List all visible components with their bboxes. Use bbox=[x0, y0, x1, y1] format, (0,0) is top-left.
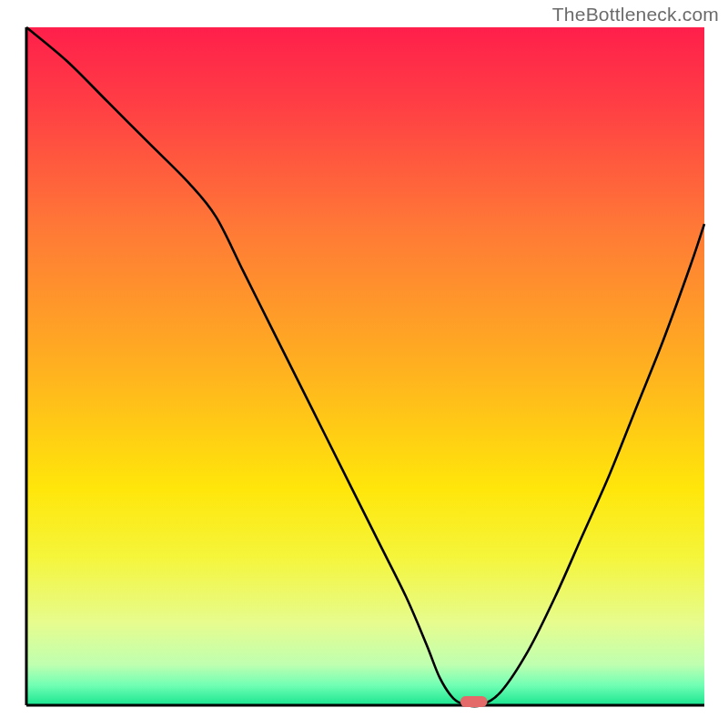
plot-background bbox=[26, 27, 704, 705]
watermark-text: TheBottleneck.com bbox=[552, 4, 719, 25]
optimal-marker bbox=[460, 696, 488, 707]
bottleneck-chart bbox=[0, 0, 728, 728]
